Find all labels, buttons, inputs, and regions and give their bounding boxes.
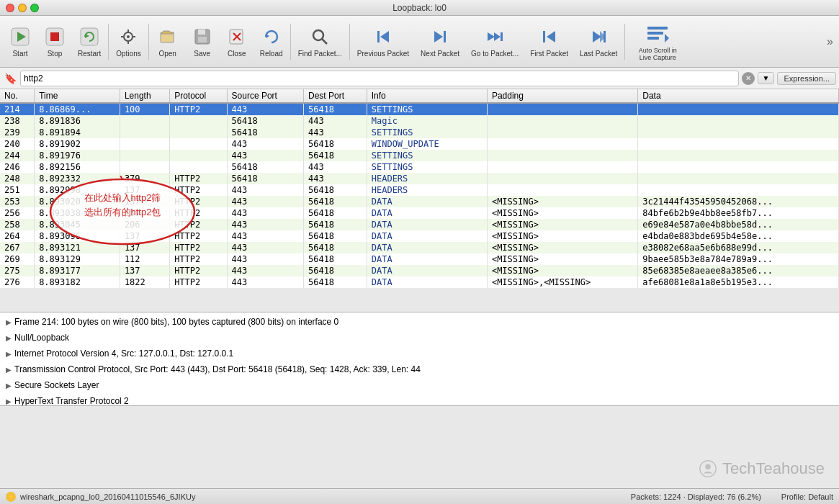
restart-button[interactable]: Restart bbox=[72, 22, 107, 60]
table-row[interactable]: 2698.893129112HTTP244356418DATA<MISSING>… bbox=[0, 253, 839, 265]
table-row[interactable]: 2758.893177137HTTP244356418DATA<MISSING>… bbox=[0, 265, 839, 276]
svg-marker-27 bbox=[494, 32, 501, 41]
detail-item[interactable]: ▶Transmission Control Protocol, Src Port… bbox=[0, 361, 839, 377]
svg-point-45 bbox=[705, 464, 710, 469]
window-controls bbox=[6, 4, 39, 12]
detail-expand-arrow[interactable]: ▶ bbox=[6, 364, 12, 375]
table-row[interactable]: 2408.89190244356418WINDOW_UPDATE bbox=[0, 138, 839, 150]
next-packet-label: Next Packet bbox=[421, 50, 459, 58]
filter-bookmark-icon[interactable]: 🔖 bbox=[3, 71, 17, 86]
toolbar-more-button[interactable]: » bbox=[824, 32, 836, 51]
svg-rect-4 bbox=[81, 28, 98, 45]
detail-item[interactable]: ▶Secure Sockets Layer bbox=[0, 377, 839, 393]
status-icon: ⚡ bbox=[6, 492, 16, 502]
find-packet-button[interactable]: Find Packet... bbox=[292, 22, 348, 60]
packet-table: No. Time Length Protocol Source Port Des… bbox=[0, 89, 839, 288]
goto-packet-button[interactable]: Go to Packet... bbox=[465, 22, 524, 60]
svg-rect-34 bbox=[604, 31, 606, 42]
col-length[interactable]: Length bbox=[120, 89, 169, 103]
detail-item[interactable]: ▶Internet Protocol Version 4, Src: 127.0… bbox=[0, 346, 839, 361]
last-packet-icon bbox=[587, 25, 610, 48]
detail-expand-arrow[interactable]: ▶ bbox=[6, 333, 12, 343]
table-row[interactable]: 2468.89215656418443SETTINGS bbox=[0, 161, 839, 173]
col-info[interactable]: Info bbox=[367, 89, 487, 103]
start-button[interactable]: Start bbox=[3, 22, 37, 60]
table-row[interactable]: 2148.86869...100HTTP244356418SETTINGS bbox=[0, 103, 839, 115]
start-label: Start bbox=[12, 50, 27, 58]
table-row[interactable]: 2518.892998137HTTP244356418HEADERS bbox=[0, 184, 839, 196]
svg-rect-23 bbox=[377, 31, 380, 42]
open-button[interactable]: Open bbox=[151, 22, 185, 60]
svg-rect-30 bbox=[543, 31, 545, 42]
detail-item-text: Null/Loopback bbox=[14, 331, 69, 344]
table-row[interactable]: 2448.89197644356418SETTINGS bbox=[0, 150, 839, 161]
last-packet-label: Last Packet bbox=[580, 50, 617, 58]
table-row[interactable]: 2648.893096137HTTP244356418DATA<MISSING>… bbox=[0, 230, 839, 242]
last-packet-button[interactable]: Last Packet bbox=[574, 22, 623, 60]
col-padding[interactable]: Padding bbox=[487, 89, 637, 103]
svg-marker-26 bbox=[488, 32, 495, 41]
reload-icon bbox=[260, 25, 283, 48]
close-capture-icon bbox=[225, 25, 248, 48]
filter-clear-button[interactable]: ✕ bbox=[742, 72, 755, 85]
close-capture-button[interactable]: Close bbox=[220, 22, 254, 60]
first-packet-icon bbox=[538, 25, 561, 48]
window-title: Loopback: lo0 bbox=[392, 3, 447, 13]
svg-point-44 bbox=[700, 461, 716, 477]
previous-packet-button[interactable]: Previous Packet bbox=[351, 22, 415, 60]
open-label: Open bbox=[158, 50, 176, 58]
detail-expand-arrow[interactable]: ▶ bbox=[6, 380, 12, 391]
col-protocol[interactable]: Protocol bbox=[170, 89, 227, 103]
expression-button[interactable]: Expression... bbox=[777, 72, 836, 85]
restart-icon bbox=[78, 25, 101, 48]
detail-item[interactable]: ▶Frame 214: 100 bytes on wire (800 bits)… bbox=[0, 314, 839, 330]
table-row[interactable]: 2678.893121137HTTP244356418DATA<MISSING>… bbox=[0, 242, 839, 253]
options-button[interactable]: Options bbox=[110, 22, 146, 60]
close-window-button[interactable] bbox=[6, 4, 14, 12]
sep3 bbox=[290, 24, 291, 60]
svg-rect-25 bbox=[444, 31, 446, 42]
statusbar-left: ⚡ wireshark_pcapng_lo0_20160411015546_6J… bbox=[6, 492, 195, 502]
first-packet-label: First Packet bbox=[530, 50, 568, 58]
options-label: Options bbox=[116, 50, 140, 58]
filter-input[interactable] bbox=[20, 71, 739, 86]
detail-expand-arrow[interactable]: ▶ bbox=[6, 348, 12, 359]
detail-expand-arrow[interactable]: ▶ bbox=[6, 317, 12, 328]
stop-button[interactable]: Stop bbox=[37, 22, 72, 60]
svg-point-7 bbox=[127, 35, 130, 38]
col-no[interactable]: No. bbox=[0, 89, 35, 103]
table-row[interactable]: 2488.892332379HTTP256418443HEADERS bbox=[0, 173, 839, 184]
next-packet-icon bbox=[429, 25, 452, 48]
maximize-window-button[interactable] bbox=[30, 4, 39, 12]
minimize-window-button[interactable] bbox=[18, 4, 27, 12]
table-row[interactable]: 2768.8931821822HTTP244356418DATA<MISSING… bbox=[0, 276, 839, 288]
restart-label: Restart bbox=[78, 50, 101, 58]
col-srcport[interactable]: Source Port bbox=[227, 89, 303, 103]
table-row[interactable]: 2588.893045206HTTP244356418DATA<MISSING>… bbox=[0, 219, 839, 230]
detail-item[interactable]: ▶HyperText Transfer Protocol 2 bbox=[0, 393, 839, 406]
save-button[interactable]: Save bbox=[185, 22, 220, 60]
reload-button[interactable]: Reload bbox=[254, 22, 289, 60]
table-row[interactable]: 2388.89183656418443Magic bbox=[0, 115, 839, 127]
col-data[interactable]: Data bbox=[638, 89, 839, 103]
watermark: TechTeahouse bbox=[698, 459, 825, 479]
stop-icon bbox=[43, 25, 66, 48]
col-time[interactable]: Time bbox=[35, 89, 120, 103]
close-capture-label: Close bbox=[228, 50, 246, 58]
filter-arrow-button[interactable]: ▼ bbox=[758, 72, 775, 84]
statusbar: ⚡ wireshark_pcapng_lo0_20160411015546_6J… bbox=[0, 488, 839, 504]
table-row[interactable]: 2568.893038137HTTP244356418DATA<MISSING>… bbox=[0, 207, 839, 219]
next-packet-button[interactable]: Next Packet bbox=[415, 22, 465, 60]
table-header-row: No. Time Length Protocol Source Port Des… bbox=[0, 89, 839, 103]
sep1 bbox=[108, 24, 109, 60]
stop-label: Stop bbox=[48, 50, 63, 58]
first-packet-button[interactable]: First Packet bbox=[524, 22, 574, 60]
auto-scroll-button[interactable]: Auto Scroll in Live Capture bbox=[627, 19, 688, 64]
table-row[interactable]: 2538.893020137HTTP244356418DATA<MISSING>… bbox=[0, 196, 839, 207]
col-dstport[interactable]: Dest Port bbox=[303, 89, 367, 103]
detail-item[interactable]: ▶Null/Loopback bbox=[0, 330, 839, 346]
table-row[interactable]: 2398.89189456418443SETTINGS bbox=[0, 127, 839, 138]
svg-rect-15 bbox=[198, 37, 207, 42]
detail-expand-arrow[interactable]: ▶ bbox=[6, 396, 12, 407]
svg-rect-3 bbox=[50, 32, 59, 41]
